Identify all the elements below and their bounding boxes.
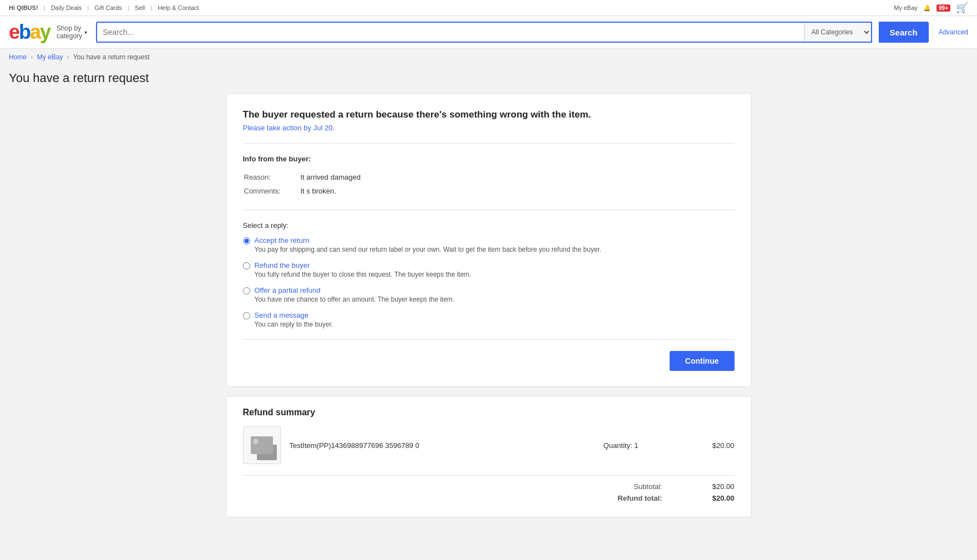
shop-by-category[interactable]: Shop bycategory ▾: [57, 24, 87, 40]
advanced-search-link[interactable]: Advanced: [939, 28, 968, 36]
refund-total-label: Refund total:: [617, 494, 662, 502]
shop-by-arrow-icon: ▾: [84, 29, 87, 35]
gift-cards-link[interactable]: Gift Cards: [94, 4, 122, 11]
continue-row: Continue: [243, 351, 735, 371]
reply-radio-accept[interactable]: [243, 237, 250, 245]
cart-icon[interactable]: 🛒: [956, 2, 968, 14]
reply-option-accept-title[interactable]: Accept the return: [255, 236, 310, 245]
reply-option-refund: Refund the buyer You fully refund the bu…: [243, 261, 735, 278]
breadcrumb-sep-1: ›: [31, 53, 33, 61]
sell-link[interactable]: Sell: [135, 4, 145, 11]
refund-item-row: TestItem(PP)1436988977696 3596789 0 Quan…: [243, 426, 735, 473]
item-price: $20.00: [690, 441, 735, 450]
return-request-card: The buyer requested a return because the…: [226, 93, 752, 387]
refund-total-value: $20.00: [696, 494, 735, 502]
reason-row: Reason: It arrived damaged: [244, 171, 733, 184]
shop-by-label: Shop bycategory: [57, 24, 82, 40]
top-nav-right: My eBay 🔔 99+ 🛒: [894, 2, 968, 14]
item-thumbnail: [243, 426, 281, 464]
logo-y: y: [40, 21, 50, 44]
info-section-label: Info from the buyer:: [243, 155, 735, 163]
refund-summary-card: Refund summary TestItem(PP)1436988977696…: [226, 396, 752, 517]
divider-3: [243, 339, 735, 340]
photo-icon: [251, 436, 273, 454]
refund-totals: Subtotal: $20.00 Refund total: $20.00: [243, 475, 735, 502]
search-input[interactable]: [97, 23, 804, 42]
info-table: Reason: It arrived damaged Comments: It …: [243, 170, 735, 198]
help-contact-link[interactable]: Help & Contact: [158, 4, 199, 11]
top-navigation: Hi QIBUS! | Daily Deals | Gift Cards | S…: [0, 0, 977, 16]
reply-option-partial-title[interactable]: Offer a partial refund: [255, 286, 321, 294]
subtotal-label: Subtotal:: [634, 482, 662, 491]
comments-value: It s broken.: [301, 185, 733, 197]
reply-option-message: Send a message You can reply to the buye…: [243, 311, 735, 328]
page-title: You have a return request: [0, 65, 977, 93]
notification-badge: 99+: [936, 4, 950, 12]
logo-b: b: [19, 21, 30, 44]
site-header: ebay Shop bycategory ▾ All Categories Se…: [0, 16, 977, 49]
search-category-select[interactable]: All Categories: [804, 23, 871, 42]
logo-a: a: [30, 21, 40, 44]
ebay-logo[interactable]: ebay: [9, 21, 50, 44]
breadcrumb-my-ebay[interactable]: My eBay: [37, 53, 63, 61]
reply-radio-refund[interactable]: [243, 262, 250, 269]
return-request-title: The buyer requested a return because the…: [243, 109, 735, 120]
divider-1: [243, 143, 735, 144]
reply-option-accept: Accept the return You pay for shipping a…: [243, 236, 735, 253]
daily-deals-link[interactable]: Daily Deals: [51, 4, 82, 11]
return-deadline: Please take action by Jul 20.: [243, 124, 735, 132]
logo-e: e: [9, 21, 19, 44]
item-quantity: Quantity: 1: [604, 441, 681, 450]
greeting-text: Hi QIBUS!: [9, 4, 38, 11]
breadcrumb-current: You have a return request: [73, 53, 150, 61]
item-info: TestItem(PP)1436988977696 3596789 0: [290, 441, 595, 450]
breadcrumb: Home › My eBay › You have a return reque…: [0, 49, 977, 65]
reply-option-message-title[interactable]: Send a message: [255, 311, 309, 319]
search-bar: All Categories: [96, 22, 872, 43]
divider-2: [243, 210, 735, 210]
reply-radio-partial[interactable]: [243, 287, 250, 294]
comments-label: Comments:: [244, 185, 300, 197]
reply-option-partial: Offer a partial refund You have one chan…: [243, 286, 735, 303]
reply-option-refund-title[interactable]: Refund the buyer: [255, 261, 310, 269]
breadcrumb-home[interactable]: Home: [9, 53, 27, 61]
breadcrumb-sep-2: ›: [67, 53, 69, 61]
subtotal-row: Subtotal: $20.00: [243, 482, 735, 491]
reply-section-label: Select a reply:: [243, 221, 735, 230]
refund-summary-title: Refund summary: [243, 408, 735, 418]
reply-section: Select a reply: Accept the return You pa…: [243, 221, 735, 328]
reply-option-message-desc: You can reply to the buyer.: [255, 320, 333, 328]
search-button[interactable]: Search: [879, 22, 929, 43]
reply-option-partial-desc: You have one chance to offer an amount. …: [255, 296, 455, 303]
reason-label: Reason:: [244, 171, 300, 184]
comments-row: Comments: It s broken.: [244, 185, 733, 197]
reply-radio-message[interactable]: [243, 312, 250, 319]
reply-option-refund-desc: You fully refund the buyer to close this…: [255, 271, 472, 278]
subtotal-value: $20.00: [696, 482, 735, 491]
top-nav-left: Hi QIBUS! | Daily Deals | Gift Cards | S…: [9, 4, 199, 11]
my-ebay-link[interactable]: My eBay: [894, 4, 918, 11]
notification-bell-icon: 🔔: [923, 4, 931, 12]
reason-value: It arrived damaged: [301, 171, 733, 184]
main-content: The buyer requested a return because the…: [217, 93, 761, 517]
continue-button[interactable]: Continue: [670, 351, 735, 371]
refund-total-row: Refund total: $20.00: [243, 494, 735, 502]
reply-option-accept-desc: You pay for shipping and can send our re…: [255, 246, 602, 253]
